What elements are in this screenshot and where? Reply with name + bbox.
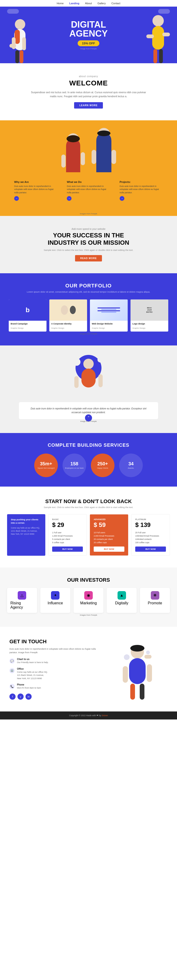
portfolio-title: OUR PORTFOLIO xyxy=(7,283,170,289)
social-icons: f y in xyxy=(10,694,100,700)
about-eyebrow: about company xyxy=(28,75,149,78)
svg-rect-13 xyxy=(153,49,157,63)
pricing-platinum-features: 20 Full user Unlimited Email Processes U… xyxy=(135,531,166,544)
nav-contact[interactable]: Contact xyxy=(112,2,120,5)
portfolio-card-3-title: Web Design Website xyxy=(92,323,126,325)
svg-point-30 xyxy=(73,388,78,393)
feature-what-arrow[interactable]: → xyxy=(67,196,72,201)
mission-title: YOUR SUCCESS IN THE INDUSTRY IS OUR MISS… xyxy=(24,232,153,247)
nav-home[interactable]: Home xyxy=(57,2,64,5)
footer-text: Copyright © 2022 Made with ❤ by xyxy=(69,714,102,717)
stat-employees-value: 158 xyxy=(70,461,78,466)
portfolio-card-4-title: Logo design xyxy=(132,323,166,325)
pricing-basic-card: BASIC $ 29 1 Full user 1,000 Email Proce… xyxy=(48,514,87,556)
investor-card-2[interactable]: ✦ Influence xyxy=(40,588,70,613)
svg-rect-34 xyxy=(123,666,128,682)
office-text: Come say hello at our office HQ. 121 Bac… xyxy=(17,671,48,680)
hero-content: DIGITAL AGENCY 15% OFF Image from Freepi… xyxy=(69,20,108,50)
pricing-advanced-buy[interactable]: BUY NOW xyxy=(94,547,124,552)
investor-4-name: Digitally xyxy=(115,601,128,605)
feature-projects: Projects: Duis aute irure dolor in repre… xyxy=(115,177,167,205)
pricing-platinum-price: $ 139 xyxy=(135,521,166,528)
cloud-left xyxy=(7,9,19,14)
investor-card-5[interactable]: ❋ Promote xyxy=(140,588,170,613)
twitter-icon[interactable]: y xyxy=(18,694,24,700)
hero-credit: Image from Freepik xyxy=(69,48,108,50)
chat-icon: 💬 xyxy=(10,659,14,663)
svg-rect-33 xyxy=(129,658,146,684)
phone-text: Mon-Fri from 8am to 5am xyxy=(17,686,41,690)
read-more-button[interactable]: READ MORE xyxy=(75,255,102,261)
svg-rect-17 xyxy=(61,154,65,167)
pricing-promo-body: Come say hello at our office HQ, 1211 Ba… xyxy=(11,527,41,535)
footer-brand: Srizon xyxy=(102,714,108,717)
portfolio-card-1-category: Graphic Design xyxy=(11,327,24,329)
investor-3-name: Marketing xyxy=(80,601,97,605)
nav-gallery[interactable]: Gallery xyxy=(97,2,106,5)
contact-section: GET IN TOUCH Duis aute irure dolor in re… xyxy=(0,627,177,711)
chat-text: Our Friendly team is here to help. xyxy=(17,661,49,664)
portfolio-card-1-image: b xyxy=(9,299,46,321)
pricing-platinum-feature-3: Unlimited contacts xyxy=(135,538,166,540)
svg-point-0 xyxy=(15,19,25,30)
svg-rect-11 xyxy=(146,35,154,38)
svg-rect-5 xyxy=(15,50,19,63)
portfolio-grid: b Brand Campaign Graphic Design A Corpor… xyxy=(7,299,170,331)
portfolio-card-4[interactable]: BEAUJOURBISTRO Logo design Graphic Desig… xyxy=(131,299,168,331)
svg-rect-21 xyxy=(92,150,96,164)
svg-rect-27 xyxy=(99,374,103,387)
pricing-grid: Stop pushing your clients into a corner.… xyxy=(7,514,170,556)
pricing-basic-buy[interactable]: BUY NOW xyxy=(52,547,83,552)
svg-rect-37 xyxy=(140,684,144,700)
svg-point-24 xyxy=(83,359,94,369)
svg-rect-12 xyxy=(163,33,170,37)
pricing-platinum-card: PLATINUM $ 139 20 Full user Unlimited Em… xyxy=(131,514,170,556)
learn-more-button[interactable]: LEARN MORE xyxy=(74,102,103,108)
pricing-platinum-feature-4: 100 coffee cups xyxy=(135,541,166,544)
brand-b-icon: b xyxy=(26,306,30,314)
pricing-basic-feature-1: 1 Full user xyxy=(52,531,83,534)
svg-rect-38 xyxy=(144,655,151,659)
stat-awards-label: Awards. xyxy=(126,467,136,469)
facebook-icon[interactable]: f xyxy=(10,694,16,700)
pricing-advanced-price: $ 59 xyxy=(94,521,124,528)
stat-awards-value: 34 xyxy=(128,461,134,466)
investor-card-3[interactable]: ◉ Marketing xyxy=(73,588,104,613)
portfolio-section: OUR PORTFOLIO Lorem ipsum dolor sit amet… xyxy=(0,273,177,345)
portfolio-card-2[interactable]: A Corporate Identity Graphic Design xyxy=(49,299,87,331)
investor-4-logo: ▲ xyxy=(118,591,126,600)
investor-card-1[interactable]: △ Rising Agency xyxy=(7,588,37,613)
feature-why-arrow[interactable]: → xyxy=(14,196,19,201)
stats-grid: 35m+ Square feet managed 158 Employees o… xyxy=(7,453,170,477)
pricing-subtitle: Sample text. Click to select the text bo… xyxy=(7,506,170,509)
feature-what: What we Do Duis aute irure dolor in repr… xyxy=(62,177,115,205)
svg-rect-35 xyxy=(147,664,152,682)
investor-2-logo: ✦ xyxy=(51,591,59,600)
pricing-basic-name: BASIC xyxy=(52,518,83,520)
svg-rect-6 xyxy=(19,50,23,63)
portfolio-card-4-body: Logo design Graphic Design xyxy=(131,321,168,331)
nav-landing[interactable]: Landing xyxy=(69,2,80,5)
linkedin-icon[interactable]: in xyxy=(26,694,32,700)
office-icon: 🏢 xyxy=(10,668,14,673)
contact-info: GET IN TOUCH Duis aute irure dolor in re… xyxy=(10,638,100,700)
pricing-platinum-buy[interactable]: BUY NOW xyxy=(135,547,166,552)
stat-awards: 34 Awards. xyxy=(119,453,143,477)
nav-about[interactable]: About xyxy=(85,2,92,5)
investor-card-4[interactable]: ▲ Digitally xyxy=(107,588,137,613)
feature-projects-arrow[interactable]: → xyxy=(120,196,124,201)
investor-3-logo: ◉ xyxy=(84,591,93,600)
pricing-platinum-feature-1: 20 Full user xyxy=(135,531,166,534)
portfolio-card-1[interactable]: b Brand Campaign Graphic Design xyxy=(9,299,46,331)
phone-title: Phone xyxy=(17,683,41,686)
portfolio-card-2-category: Graphic Design xyxy=(51,327,64,329)
svg-rect-10 xyxy=(152,26,164,49)
pricing-advanced-card: ADVANCED $ 59 10 Full users 2,000 Email … xyxy=(90,514,128,556)
svg-rect-25 xyxy=(81,369,96,387)
hero-title: DIGITAL AGENCY xyxy=(69,20,108,38)
testimonial-illustration xyxy=(19,355,158,398)
svg-rect-22 xyxy=(112,150,116,164)
hero-person-right xyxy=(146,14,170,63)
portfolio-card-1-body: Brand Campaign Graphic Design xyxy=(9,321,46,331)
portfolio-card-3[interactable]: Web Design Website Graphic Design xyxy=(90,299,128,331)
